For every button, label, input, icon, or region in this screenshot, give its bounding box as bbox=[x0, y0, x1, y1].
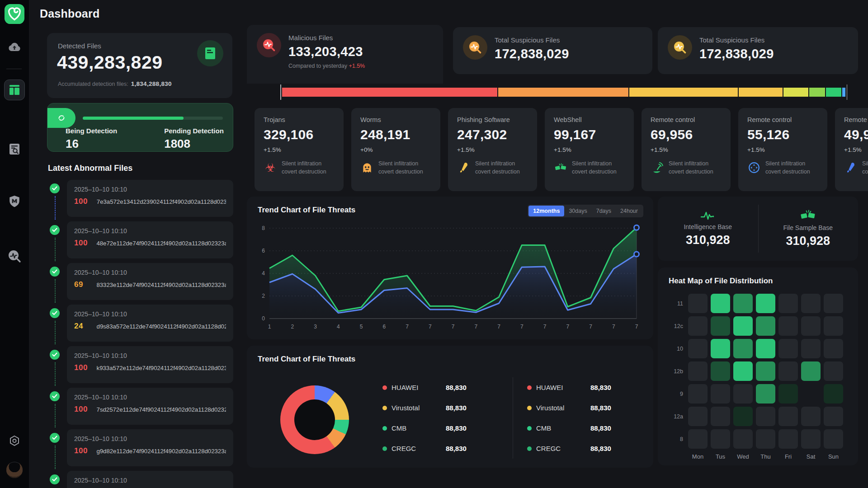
sidebar-item-analytics[interactable] bbox=[8, 249, 21, 263]
threat-desc-line2: covert destruction bbox=[378, 168, 423, 176]
heatmap-col-label: Tus bbox=[711, 453, 730, 460]
heatmap-cell bbox=[801, 429, 821, 449]
svg-text:1: 1 bbox=[268, 324, 271, 330]
heatmap-cell bbox=[756, 407, 775, 426]
tab-7days[interactable]: 7days bbox=[592, 206, 616, 216]
timeline-connector bbox=[55, 446, 56, 469]
abnormal-file-row[interactable]: 2025–10–10 10:10 100 7e3a572e13412d23902… bbox=[67, 180, 233, 217]
satellite-icon bbox=[651, 161, 664, 174]
bases-stats-panel: Intelligence Base 310,928 File Sample Ba… bbox=[658, 197, 858, 261]
abnormal-file-row[interactable]: 2025–10–10 10:10 100 7sd2572e112de74f902… bbox=[67, 388, 233, 425]
tab-12months[interactable]: 12months bbox=[528, 206, 564, 216]
donut-chart-panel: Trend Chart of File Threats HUAWEI 88,83… bbox=[247, 346, 653, 468]
abnormal-file-row[interactable]: 2025–10–10 10:10 100 g9d82e112de74f90241… bbox=[67, 429, 233, 466]
check-icon bbox=[50, 267, 60, 277]
svg-text:7: 7 bbox=[497, 324, 500, 330]
dashboard-grid-icon bbox=[9, 84, 20, 96]
abnormal-file-row[interactable]: 2025–10–10 10:10 69 83323e112de74f902411… bbox=[67, 263, 233, 300]
sidebar bbox=[0, 0, 29, 488]
being-detection-label: Being Detection bbox=[66, 127, 117, 135]
legend-dot bbox=[527, 446, 532, 451]
compared-label: Compared to yesterday bbox=[288, 63, 349, 69]
tab-30days[interactable]: 30days bbox=[564, 206, 591, 216]
abnormal-time: 2025–10–10 10:10 bbox=[74, 477, 226, 484]
severity-segment bbox=[498, 88, 628, 97]
being-detection-value: 16 bbox=[66, 137, 117, 151]
svg-text:6: 6 bbox=[262, 248, 265, 254]
check-icon bbox=[50, 183, 60, 193]
legend-dot bbox=[382, 385, 387, 390]
svg-text:7: 7 bbox=[635, 324, 638, 330]
threat-name: Remote control bbox=[844, 116, 868, 123]
tab-24hour[interactable]: 24hour bbox=[616, 206, 642, 216]
heatmap-cell bbox=[824, 339, 843, 358]
heatmap-cell bbox=[711, 316, 730, 336]
app-logo[interactable] bbox=[4, 4, 25, 24]
pending-detection-value: 1808 bbox=[164, 137, 224, 151]
sidebar-item-cloud[interactable] bbox=[8, 42, 21, 52]
legend-dot bbox=[527, 426, 532, 431]
detection-progress bbox=[83, 117, 223, 120]
heatmap-cell bbox=[733, 361, 753, 381]
heatmap-cell bbox=[801, 294, 821, 313]
legend-dot bbox=[382, 446, 387, 451]
svg-text:7: 7 bbox=[452, 324, 455, 330]
abnormal-file-row[interactable]: 2025–10–10 10:10 24 d9s83a572e112de74f90… bbox=[67, 305, 233, 342]
sidebar-item-file-search[interactable] bbox=[9, 143, 20, 155]
severity-segment bbox=[629, 88, 738, 97]
heatmap-cell bbox=[756, 316, 775, 336]
threat-desc-line2: covert destruction bbox=[572, 168, 617, 176]
heatmap-panel: Heat Map of File Distribution 1112c1012b… bbox=[658, 267, 858, 465]
legend-dot bbox=[382, 426, 387, 431]
severity-segment bbox=[783, 88, 808, 97]
heatmap-cell bbox=[801, 316, 821, 336]
heatmap-cell bbox=[733, 339, 753, 358]
heatmap-cell bbox=[778, 339, 798, 358]
user-avatar[interactable] bbox=[6, 462, 23, 478]
abnormal-score: 100 bbox=[74, 405, 97, 414]
heatmap-cell bbox=[778, 429, 798, 449]
abnormal-hash: 48e72e112de74f9024112f4902d02a1128d02323… bbox=[96, 240, 226, 247]
pulse-icon bbox=[700, 211, 716, 221]
timeline-connector bbox=[55, 321, 56, 344]
heatmap-cell bbox=[801, 384, 821, 404]
abnormal-time: 2025–10–10 10:10 bbox=[74, 186, 226, 193]
check-icon bbox=[50, 225, 60, 235]
abnormal-score: 69 bbox=[74, 280, 96, 289]
abnormal-hash: g9d82e112de74f9024112f4902d02a1128d02323… bbox=[96, 448, 226, 455]
abnormal-hash: 7sd2572e112de74f9024112f4902d02a1128d023… bbox=[97, 406, 226, 413]
legend-value: 88,830 bbox=[590, 384, 611, 391]
legend-value: 88,830 bbox=[446, 424, 467, 432]
heatmap-row-label: 12c bbox=[668, 323, 683, 329]
svg-text:7: 7 bbox=[589, 324, 592, 330]
legend-row: HUAWEI 88,830 bbox=[382, 377, 514, 398]
abnormal-file-row[interactable]: 2025–10–10 10:10 100 48e72e112de74f90241… bbox=[67, 221, 233, 258]
timeline-connector bbox=[55, 362, 56, 386]
threat-value: 69,956 bbox=[651, 127, 722, 142]
abnormal-time: 2025–10–10 10:10 bbox=[74, 310, 226, 318]
heatmap-col-label: Sat bbox=[801, 453, 821, 460]
threat-value: 247,302 bbox=[457, 127, 528, 142]
abnormal-file-row[interactable]: 2025–10–10 10:10 100 2e112de74f9024112f4… bbox=[67, 471, 233, 488]
svg-text:4: 4 bbox=[262, 270, 265, 277]
legend-row: Virustotal 88,830 bbox=[382, 398, 514, 418]
heatmap-cell bbox=[824, 361, 843, 381]
sidebar-item-shield[interactable] bbox=[9, 195, 20, 208]
settings-button[interactable] bbox=[8, 435, 21, 447]
donut-legend-right: HUAWEI 88,830 Virustotal 88,830 CMB 88,8… bbox=[527, 377, 658, 459]
heatmap-grid: 1112c1012b912a8MonTusWedThuFriSatSun bbox=[668, 294, 843, 460]
heatmap-cell bbox=[801, 361, 821, 381]
threat-delta: +1.5% bbox=[264, 146, 335, 153]
abnormal-score: 100 bbox=[74, 446, 96, 455]
bar-end-tick bbox=[847, 84, 848, 100]
heatmap-cell bbox=[688, 316, 708, 336]
heatmap-cell bbox=[711, 339, 730, 358]
heatmap-cell bbox=[711, 407, 730, 426]
legend-row: CREGC 88,830 bbox=[382, 438, 514, 459]
abnormal-file-row[interactable]: 2025–10–10 10:10 100 k933a572e112de74f90… bbox=[67, 346, 233, 383]
threat-delta: +1.5% bbox=[651, 146, 722, 153]
sidebar-item-dashboard[interactable] bbox=[4, 80, 25, 100]
suspicious-files-label: Total Suspicious Files bbox=[699, 36, 774, 44]
file-search-icon bbox=[9, 143, 20, 155]
severity-distribution-bar bbox=[282, 87, 845, 98]
